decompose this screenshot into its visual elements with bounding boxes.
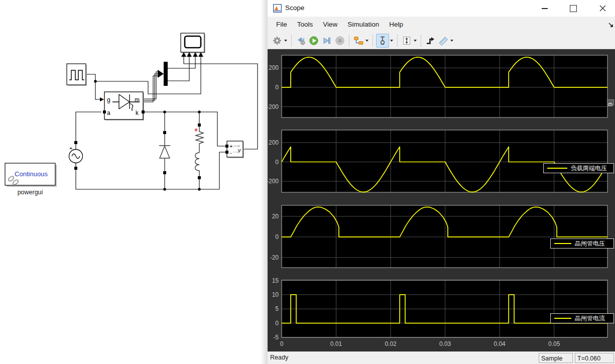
- configuration-properties-button[interactable]: [271, 34, 283, 47]
- screen: g m a k + +: [0, 0, 615, 364]
- legend-thyristor-voltage[interactable]: 晶闸管电压: [550, 238, 614, 249]
- cursor-dropdown-caret[interactable]: [390, 40, 393, 42]
- source-minus-port: [74, 167, 77, 170]
- trigger-button[interactable]: [424, 34, 436, 47]
- close-button[interactable]: [591, 0, 614, 17]
- status-sample-mode: Sample based: [539, 353, 573, 363]
- menu-view[interactable]: View: [318, 19, 342, 30]
- pulse-generator-block[interactable]: [67, 64, 87, 86]
- port-k: [142, 110, 145, 113]
- maximize-axes-icon[interactable]: [607, 99, 614, 105]
- y-tick-label: 200: [269, 64, 279, 71]
- port-label-g: g: [107, 96, 110, 103]
- x-tick-label: 0.03: [439, 340, 451, 347]
- measurements-button[interactable]: [437, 34, 449, 47]
- menu-simulation[interactable]: Simulation: [342, 19, 384, 30]
- demux-block[interactable]: [164, 62, 168, 86]
- legend-line-sample: [554, 318, 571, 319]
- scope-plot-1: 2000-200: [268, 55, 607, 117]
- y-tick-label: -200: [268, 103, 279, 110]
- y-tick-label: 15: [272, 277, 279, 284]
- legend-label: 晶闸管电压: [575, 239, 605, 248]
- rlc-plus-label: +: [194, 127, 198, 134]
- y-tick-label: -5: [273, 334, 279, 341]
- run-icon: [309, 36, 319, 46]
- run-button[interactable]: [308, 34, 320, 47]
- vmeas-plus-label: +: [229, 143, 232, 149]
- scope-block[interactable]: [181, 33, 205, 57]
- diode-bottom-port: [163, 171, 166, 174]
- source-plus-port: [74, 141, 77, 144]
- rlc-top-port: [198, 124, 201, 127]
- measurements-dropdown-caret[interactable]: [450, 40, 453, 42]
- voltage-measurement-block[interactable]: + - v: [225, 141, 244, 158]
- x-tick-label: 0: [280, 340, 284, 347]
- port-label-a: a: [107, 109, 110, 116]
- y-tick-label: -20: [270, 254, 279, 261]
- menu-tools[interactable]: Tools: [292, 19, 318, 30]
- x-tick-label: 0.05: [548, 340, 560, 347]
- menu-file[interactable]: File: [271, 19, 292, 30]
- y-tick-label: 10: [272, 291, 279, 298]
- y-tick-label: 0: [275, 233, 279, 240]
- scale-dropdown-caret[interactable]: [414, 40, 417, 42]
- configuration-dropdown-caret[interactable]: [284, 40, 287, 42]
- x-tick-label: 0.01: [330, 340, 342, 347]
- scope-plot-3: 200-20: [270, 205, 607, 268]
- y-tick-label: 200: [269, 139, 279, 146]
- y-tick-label: -200: [268, 178, 279, 185]
- thyristor-block[interactable]: g m a k: [103, 92, 145, 120]
- rlc-bottom-port: [198, 176, 201, 179]
- diode-top-port: [163, 131, 166, 134]
- scope-window: Scope File Tools View Simulation Help: [268, 0, 615, 364]
- scope-app-icon: [273, 4, 282, 13]
- window-title: Scope: [285, 4, 304, 12]
- x-tick-label: 0.02: [385, 340, 397, 347]
- highlight-simulink-block-button[interactable]: [352, 34, 364, 47]
- toolbar-separator: [421, 35, 421, 47]
- step-forward-button[interactable]: [321, 34, 333, 47]
- simulink-blocks-icon: [353, 36, 364, 46]
- y-tick-label: 0: [275, 84, 279, 91]
- port-a: [103, 110, 106, 113]
- step-back-icon: [296, 36, 306, 46]
- scale-axes-button[interactable]: [401, 34, 413, 47]
- scope-screen-icon: [185, 36, 201, 48]
- powergui-name-label: powergui: [18, 189, 43, 196]
- status-bar: Ready Sample based T=0.060: [268, 351, 615, 364]
- scope-plot-2: 2000-200: [268, 130, 607, 192]
- highlight-dropdown-caret[interactable]: [365, 40, 368, 42]
- y-tick-label: 0: [275, 320, 279, 327]
- trigger-icon: [425, 36, 435, 46]
- toolbar-separator: [397, 35, 398, 47]
- status-text: Ready: [270, 354, 288, 361]
- vmeas-plus-port: [225, 145, 228, 148]
- legend-load-voltage[interactable]: 负载两端电压: [543, 163, 614, 173]
- legend-line-sample: [554, 243, 571, 244]
- cursor-measurements-button[interactable]: [376, 34, 389, 48]
- minimize-button[interactable]: [533, 0, 556, 17]
- maximize-button[interactable]: [562, 0, 584, 17]
- gear-icon: [272, 36, 282, 46]
- ruler-icon: [438, 36, 449, 46]
- menu-help[interactable]: Help: [384, 19, 408, 30]
- menu-bar: File Tools View Simulation Help: [268, 17, 615, 32]
- title-bar: Scope: [268, 0, 615, 17]
- vmeas-minus-port: [225, 151, 228, 154]
- vmeas-minus-label: -: [230, 150, 232, 156]
- stop-button[interactable]: [334, 34, 346, 47]
- toolbar-separator: [349, 35, 349, 47]
- source-plus-label: +: [69, 145, 72, 151]
- step-back-button[interactable]: [295, 34, 307, 47]
- legend-label: 晶闸管电流: [575, 314, 605, 323]
- dock-arrow-icon[interactable]: [608, 22, 614, 28]
- toolbar: [268, 32, 615, 49]
- simulink-model-canvas: g m a k + +: [0, 0, 268, 364]
- scope-plot-4: 151050-500.010.020.030.040.05: [272, 277, 607, 347]
- legend-thyristor-current[interactable]: 晶闸管电流: [550, 313, 614, 323]
- close-icon: [599, 5, 606, 12]
- powergui-mode-label: Continuous: [15, 170, 48, 178]
- legend-line-sample: [547, 168, 567, 169]
- cursor-measurements-icon: [378, 36, 388, 46]
- port-label-k: k: [136, 109, 139, 116]
